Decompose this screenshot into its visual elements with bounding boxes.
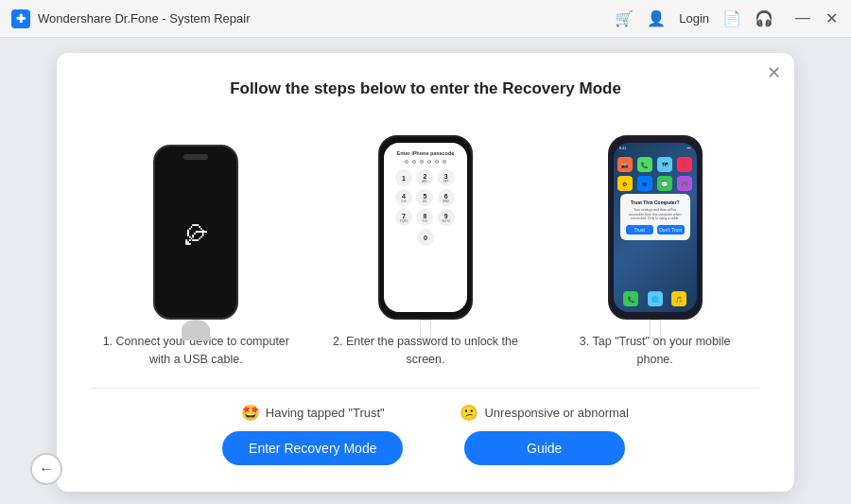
usb-icon: ⌮ bbox=[182, 217, 209, 248]
key-2: 2ABC bbox=[416, 169, 433, 186]
dialog-close-button[interactable]: ✕ bbox=[767, 64, 781, 81]
guide-button[interactable]: Guide bbox=[464, 431, 625, 465]
step3-phone-container: 9:41 ▪▪▪ 📷 📞 🗺 🎵 ⚙ ✉ bbox=[608, 121, 703, 320]
emoji-trust: 🤩 bbox=[241, 404, 260, 422]
action-label-1-text: Having tapped "Trust" bbox=[266, 406, 385, 420]
dock-safari: 🌐 bbox=[648, 291, 663, 306]
keypad: 1 2ABC 3DEF 4GHI 5JKL 6MNO 7PQRS 8TUV 9W… bbox=[395, 169, 456, 226]
action-label-2: 😕 Unresponsive or abnormal bbox=[460, 404, 628, 422]
trust-text: Your settings and data will be accessibl… bbox=[626, 208, 685, 222]
cable-3 bbox=[650, 320, 661, 339]
action-group-2: 😕 Unresponsive or abnormal Guide bbox=[460, 404, 628, 465]
usb-cable bbox=[182, 320, 210, 340]
action-label-2-text: Unresponsive or abnormal bbox=[484, 406, 628, 420]
statusbar: 9:41 ▪▪▪ bbox=[614, 143, 697, 153]
key-6: 6MNO bbox=[438, 189, 455, 206]
app-8: 🎮 bbox=[677, 176, 692, 191]
doc-icon[interactable]: 📄 bbox=[722, 9, 741, 27]
step1-phone-container: ⌮ bbox=[153, 121, 238, 320]
app-4: 🎵 bbox=[677, 157, 692, 172]
cable-2 bbox=[420, 320, 431, 339]
step3-phone: 9:41 ▪▪▪ 📷 📞 🗺 🎵 ⚙ ✉ bbox=[608, 135, 703, 320]
status-time: 9:41 bbox=[619, 146, 627, 150]
passcode-title: Enter iPhone passcode bbox=[397, 150, 455, 156]
app-2: 📞 bbox=[637, 157, 652, 172]
window-controls: — ✕ bbox=[794, 9, 840, 27]
app-icon: ✚ bbox=[11, 9, 30, 28]
bottom-actions: 🤩 Having tapped "Trust" Enter Recovery M… bbox=[91, 404, 760, 465]
login-button[interactable]: Login bbox=[679, 11, 709, 26]
step2-phone-container: Enter iPhone passcode 1 bbox=[378, 121, 473, 320]
key-8: 8TUV bbox=[416, 209, 433, 226]
titlebar-left: ✚ Wondershare Dr.Fone - System Repair bbox=[11, 9, 250, 28]
app-1: 📷 bbox=[617, 157, 633, 172]
titlebar-right: 🛒 👤 Login 📄 🎧 — ✕ bbox=[615, 9, 840, 27]
dock: 📞 🌐 🎵 bbox=[614, 291, 697, 306]
step2-phone: Enter iPhone passcode 1 bbox=[378, 135, 473, 320]
titlebar: ✚ Wondershare Dr.Fone - System Repair 🛒 … bbox=[0, 0, 851, 38]
dont-trust-button: Don't Trust bbox=[657, 225, 685, 235]
app-7: 💬 bbox=[657, 176, 672, 191]
app-6: ✉ bbox=[637, 176, 652, 191]
key-0: 0 bbox=[417, 229, 434, 246]
status-icons: ▪▪▪ bbox=[686, 146, 690, 150]
app-grid: 📷 📞 🗺 🎵 ⚙ ✉ 💬 🎮 bbox=[614, 153, 697, 195]
key-3: 3DEF bbox=[438, 169, 455, 186]
passcode-dots bbox=[405, 160, 446, 164]
trust-buttons: Trust Don't Trust bbox=[626, 225, 685, 235]
dot-1 bbox=[405, 160, 408, 164]
back-button[interactable]: ← bbox=[30, 453, 62, 485]
user-icon[interactable]: 👤 bbox=[647, 9, 666, 27]
phone3-home: 9:41 ▪▪▪ 📷 📞 🗺 🎵 ⚙ ✉ bbox=[614, 143, 697, 312]
dock-music: 🎵 bbox=[671, 291, 686, 306]
dot-4 bbox=[427, 160, 431, 164]
headset-icon[interactable]: 🎧 bbox=[755, 9, 773, 27]
dialog: ✕ Follow the steps below to enter the Re… bbox=[57, 53, 794, 492]
app-3: 🗺 bbox=[657, 157, 672, 172]
action-label-1: 🤩 Having tapped "Trust" bbox=[241, 404, 385, 422]
trust-button: Trust bbox=[626, 225, 653, 235]
dot-2 bbox=[412, 160, 416, 164]
step-2: Enter iPhone passcode 1 bbox=[321, 121, 531, 369]
steps-row: ⌮ 1. Connect your device to computer wit… bbox=[91, 121, 760, 369]
emoji-abnormal: 😕 bbox=[460, 404, 478, 422]
minimize-button[interactable]: — bbox=[794, 9, 811, 27]
dock-phone: 📞 bbox=[623, 291, 638, 306]
titlebar-title: Wondershare Dr.Fone - System Repair bbox=[38, 11, 250, 26]
passcode-screen: Enter iPhone passcode 1 bbox=[384, 143, 467, 312]
divider bbox=[91, 388, 760, 389]
key-9: 9WXYZ bbox=[438, 209, 455, 226]
enter-recovery-mode-button[interactable]: Enter Recovery Mode bbox=[222, 431, 403, 465]
dialog-title: Follow the steps below to enter the Reco… bbox=[91, 79, 760, 98]
phone3-screen: 9:41 ▪▪▪ 📷 📞 🗺 🎵 ⚙ ✉ bbox=[614, 143, 697, 312]
app-5: ⚙ bbox=[617, 176, 633, 191]
key-7: 7PQRS bbox=[395, 209, 412, 226]
trust-dialog: Trust This Computer? Your settings and d… bbox=[620, 194, 690, 241]
main-area: ✕ Follow the steps below to enter the Re… bbox=[0, 38, 851, 504]
back-btn-container: ← bbox=[30, 453, 62, 485]
dot-5 bbox=[435, 160, 439, 164]
step-1: ⌮ 1. Connect your device to computer wit… bbox=[91, 121, 302, 369]
dot-3 bbox=[420, 160, 424, 164]
key-4: 4GHI bbox=[395, 189, 412, 206]
trust-title: Trust This Computer? bbox=[626, 200, 685, 205]
dot-6 bbox=[443, 160, 446, 164]
step-3: 9:41 ▪▪▪ 📷 📞 🗺 🎵 ⚙ ✉ bbox=[549, 121, 760, 369]
key-1: 1 bbox=[395, 169, 412, 186]
step1-phone: ⌮ bbox=[153, 145, 238, 320]
action-group-1: 🤩 Having tapped "Trust" Enter Recovery M… bbox=[222, 404, 403, 465]
cart-icon[interactable]: 🛒 bbox=[615, 9, 634, 27]
close-button[interactable]: ✕ bbox=[823, 9, 840, 27]
key-5: 5JKL bbox=[416, 189, 433, 206]
